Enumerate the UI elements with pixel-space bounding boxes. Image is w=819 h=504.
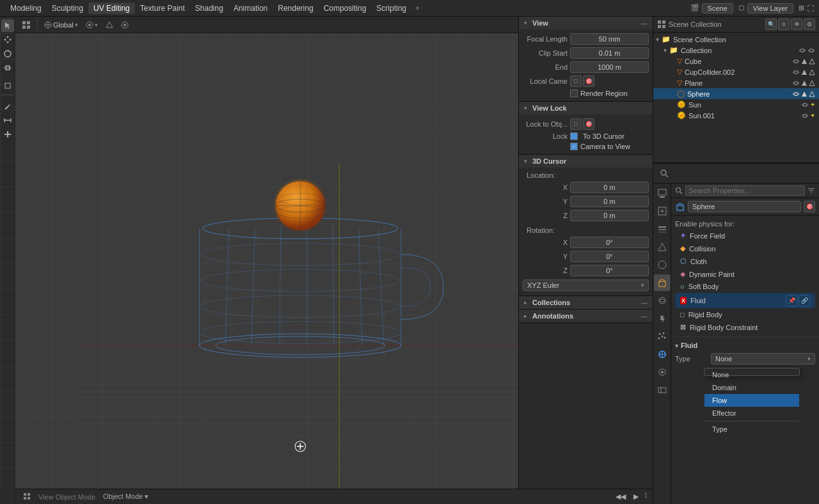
props-scene-tab[interactable] xyxy=(654,239,671,255)
dropdown-type[interactable]: Type xyxy=(704,423,799,436)
engine-selector[interactable]: 🎬 xyxy=(690,4,699,12)
props-viewlayer-tab[interactable] xyxy=(654,221,671,237)
lock-to-obj-input[interactable]: □ xyxy=(570,118,582,130)
menu-scripting[interactable]: Scripting xyxy=(371,3,411,14)
dropdown-flow[interactable]: Flow xyxy=(704,394,799,407)
physics-dynamic-paint-btn[interactable]: ◈ Dynamic Paint xyxy=(675,268,815,280)
pivot-btn[interactable]: ▾ xyxy=(83,20,100,30)
physics-collision-btn[interactable]: ◆ Collision xyxy=(675,242,815,255)
props-search-input[interactable] xyxy=(685,185,805,196)
outliner-search-btn[interactable]: 🔍 xyxy=(765,19,777,30)
render-options[interactable]: ⬡ xyxy=(738,4,745,12)
collections-header[interactable]: ▸ Collections — xyxy=(519,296,653,309)
cursor-rx-input[interactable]: 0° xyxy=(570,237,649,248)
annotations-pin[interactable]: — xyxy=(641,313,648,320)
scene-selector[interactable]: Scene xyxy=(702,3,733,13)
menu-sculpting[interactable]: Sculpting xyxy=(47,3,88,14)
menu-modeling[interactable]: Modeling xyxy=(5,3,47,14)
fluid-pin-btn[interactable]: 📌 xyxy=(786,295,797,306)
menu-uv-editing[interactable]: UV Editing xyxy=(88,3,135,14)
proportional-edit-btn[interactable] xyxy=(118,20,131,30)
fullscreen-btn[interactable]: ⛶ xyxy=(807,4,814,12)
physics-rigid-body-btn[interactable]: □ Rigid Body xyxy=(675,309,815,320)
local-camera-checkbox[interactable]: □ xyxy=(570,75,582,87)
render-region-checkbox[interactable] xyxy=(570,90,578,97)
physics-force-field-btn[interactable]: ✶ Force Field xyxy=(675,230,815,242)
physics-cloth-btn[interactable]: ⬡ Cloth xyxy=(675,255,815,267)
view-section-header[interactable]: ▾ View — xyxy=(519,17,653,29)
physics-soft-body-btn[interactable]: ○ Soft Body xyxy=(675,281,815,292)
props-search-btn[interactable] xyxy=(656,165,672,182)
menu-compositing[interactable]: Compositing xyxy=(319,3,372,14)
play-btn[interactable]: ▶ xyxy=(631,492,641,501)
cursor-ry-input[interactable]: 0° xyxy=(570,251,649,262)
clip-start-input[interactable]: 0.01 m xyxy=(570,47,649,59)
3d-cursor-header[interactable]: ▾ 3D Cursor xyxy=(519,155,653,168)
object-mode-select[interactable]: Object Mode ▾ xyxy=(100,492,151,501)
outliner-item-cube[interactable]: ▾ ▽ Cube xyxy=(653,56,819,67)
cursor-rz-input[interactable]: 0° xyxy=(570,265,649,276)
props-physics-tab[interactable] xyxy=(654,346,671,363)
add-workspace-button[interactable]: + xyxy=(411,3,424,14)
outliner-options-btn[interactable]: ⚙ xyxy=(804,19,815,30)
object-name-input[interactable]: Sphere xyxy=(688,201,801,212)
cursor-x-input[interactable]: 0 m xyxy=(570,182,649,193)
physics-fluid-btn[interactable]: X Fluid 📌 🔗 xyxy=(675,293,815,308)
props-filter-icon[interactable] xyxy=(807,187,815,194)
rotation-type-select[interactable]: XYZ Euler ▾ xyxy=(523,280,649,291)
focal-length-input[interactable]: 50 mm xyxy=(570,33,649,45)
props-modifier-tab[interactable] xyxy=(654,310,671,327)
timeline-btn[interactable]: ◀◀ xyxy=(613,492,628,501)
menu-animation[interactable]: Animation xyxy=(228,3,273,14)
editor-type-btn[interactable] xyxy=(19,19,33,31)
sun001-visibility-eye[interactable] xyxy=(801,112,809,120)
sun-visibility-eye[interactable] xyxy=(801,101,809,109)
props-mesh-tab[interactable] xyxy=(654,292,671,309)
local-camera-link[interactable]: 🎯 xyxy=(583,75,594,87)
props-data-tab[interactable] xyxy=(654,382,671,398)
new-window-btn[interactable]: ⊞ xyxy=(799,4,804,12)
annotations-header[interactable]: ▸ Annotations — xyxy=(519,310,653,322)
editor-type-select[interactable] xyxy=(20,492,33,502)
view-lock-header[interactable]: ▾ View Lock xyxy=(519,102,653,114)
props-world-tab[interactable] xyxy=(654,256,671,273)
props-object-tab[interactable] xyxy=(654,274,671,291)
outliner-scene-collection[interactable]: ▾ 📁 Scene Collection xyxy=(653,34,819,45)
props-output-tab[interactable] xyxy=(654,203,671,219)
global-transform-btn[interactable]: Global ▾ xyxy=(42,20,81,30)
select-tool[interactable] xyxy=(1,19,14,32)
cupcollider-visibility-eye[interactable] xyxy=(792,68,800,76)
outliner-item-cupcollider[interactable]: ▾ ▽ CupCollider.002 xyxy=(653,67,819,77)
view-section-pin[interactable]: — xyxy=(641,20,648,27)
dropdown-effector[interactable]: Effector xyxy=(704,407,799,420)
cursor-z-input[interactable]: 0 m xyxy=(570,210,649,221)
outliner-view-layer-btn[interactable]: 👁 xyxy=(791,19,802,30)
cursor-y-input[interactable]: 0 m xyxy=(570,196,649,207)
clip-end-input[interactable]: 1000 m xyxy=(570,61,649,73)
fluid-type-select[interactable]: None ▾ xyxy=(711,353,815,365)
snap-btn[interactable] xyxy=(103,20,116,30)
object-name-expand-btn[interactable]: 🎯 xyxy=(804,201,815,212)
dropdown-domain[interactable]: Domain xyxy=(704,381,799,394)
physics-rigid-body-constraint-btn[interactable]: ⊠ Rigid Body Constraint xyxy=(675,321,815,333)
menu-rendering[interactable]: Rendering xyxy=(273,3,318,14)
lock-to-obj-btn[interactable]: 🎯 xyxy=(583,118,594,130)
outliner-item-plane[interactable]: ▾ ▽ Plane xyxy=(653,77,819,88)
collection-render-eye[interactable] xyxy=(807,47,815,54)
props-render-tab[interactable] xyxy=(654,185,671,201)
lock-checkbox[interactable] xyxy=(570,132,578,140)
cube-visibility-eye[interactable] xyxy=(792,58,800,65)
fluid-link-btn[interactable]: 🔗 xyxy=(799,295,810,306)
collections-pin[interactable]: — xyxy=(641,299,648,306)
collection-visibility-eye[interactable] xyxy=(799,47,806,54)
plane-visibility-eye[interactable] xyxy=(792,79,800,87)
outliner-filter-btn[interactable]: ≡ xyxy=(778,19,790,30)
props-constraints-tab[interactable] xyxy=(654,364,671,381)
outliner-item-sun001[interactable]: ▾ 🌞 Sun.001 ✦ xyxy=(653,110,819,121)
outliner-item-sphere[interactable]: ▾ ◯ Sphere xyxy=(653,88,819,99)
menu-shading[interactable]: Shading xyxy=(190,3,228,14)
view-layer-selector[interactable]: View Layer xyxy=(747,3,793,13)
menu-texture-paint[interactable]: Texture Paint xyxy=(135,3,190,14)
outliner-item-sun[interactable]: ▾ 🌞 Sun ✦ xyxy=(653,99,819,110)
sphere-visibility-eye[interactable] xyxy=(792,90,800,98)
